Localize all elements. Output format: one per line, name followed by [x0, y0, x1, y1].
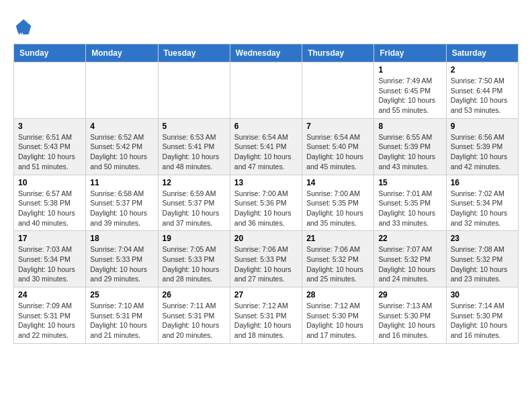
day-number: 24 — [18, 290, 81, 300]
day-info: Sunrise: 7:08 AM Sunset: 5:32 PM Dayligh… — [451, 244, 514, 284]
day-number: 5 — [163, 122, 226, 131]
calendar-cell: 12Sunrise: 6:59 AM Sunset: 5:37 PM Dayli… — [158, 175, 230, 231]
day-of-week-header: Friday — [374, 44, 446, 62]
day-number: 20 — [234, 234, 298, 243]
calendar-cell: 23Sunrise: 7:08 AM Sunset: 5:32 PM Dayli… — [446, 231, 518, 287]
day-info: Sunrise: 7:06 AM Sunset: 5:32 PM Dayligh… — [306, 244, 369, 284]
day-number: 25 — [90, 290, 153, 300]
day-info: Sunrise: 6:57 AM Sunset: 5:38 PM Dayligh… — [18, 189, 81, 228]
day-number: 15 — [378, 178, 441, 187]
day-info: Sunrise: 7:02 AM Sunset: 5:34 PM Dayligh… — [451, 189, 514, 228]
day-info: Sunrise: 7:11 AM Sunset: 5:31 PM Dayligh… — [163, 301, 226, 340]
day-info: Sunrise: 6:55 AM Sunset: 5:39 PM Dayligh… — [378, 132, 441, 172]
day-info: Sunrise: 7:07 AM Sunset: 5:32 PM Dayligh… — [378, 244, 441, 284]
calendar-cell: 9Sunrise: 6:56 AM Sunset: 5:39 PM Daylig… — [446, 118, 518, 175]
day-number: 2 — [451, 65, 514, 75]
calendar-cell: 10Sunrise: 6:57 AM Sunset: 5:38 PM Dayli… — [14, 175, 86, 231]
day-number: 17 — [18, 234, 81, 243]
day-info: Sunrise: 7:01 AM Sunset: 5:35 PM Dayligh… — [378, 189, 441, 228]
calendar-cell: 4Sunrise: 6:52 AM Sunset: 5:42 PM Daylig… — [86, 118, 158, 175]
day-number: 18 — [90, 234, 153, 243]
day-info: Sunrise: 7:14 AM Sunset: 5:30 PM Dayligh… — [451, 301, 514, 340]
calendar-cell: 28Sunrise: 7:12 AM Sunset: 5:30 PM Dayli… — [302, 287, 374, 344]
day-number: 23 — [451, 234, 514, 243]
day-info: Sunrise: 6:51 AM Sunset: 5:43 PM Dayligh… — [18, 132, 81, 172]
day-info: Sunrise: 7:10 AM Sunset: 5:31 PM Dayligh… — [90, 301, 153, 340]
day-number: 9 — [451, 122, 514, 131]
calendar-cell: 18Sunrise: 7:04 AM Sunset: 5:33 PM Dayli… — [86, 231, 158, 287]
day-number: 4 — [90, 122, 153, 131]
logo: GB — [13, 17, 36, 37]
day-info: Sunrise: 7:00 AM Sunset: 5:36 PM Dayligh… — [234, 189, 298, 228]
day-of-week-header: Sunday — [14, 44, 86, 62]
day-info: Sunrise: 7:06 AM Sunset: 5:33 PM Dayligh… — [234, 244, 298, 284]
day-number: 7 — [306, 122, 369, 131]
day-number: 6 — [234, 122, 298, 131]
calendar-cell: 11Sunrise: 6:58 AM Sunset: 5:37 PM Dayli… — [86, 175, 158, 231]
calendar-cell: 25Sunrise: 7:10 AM Sunset: 5:31 PM Dayli… — [86, 287, 158, 344]
calendar-cell: 16Sunrise: 7:02 AM Sunset: 5:34 PM Dayli… — [446, 175, 518, 231]
day-number: 13 — [234, 178, 298, 187]
calendar-cell: 14Sunrise: 7:00 AM Sunset: 5:35 PM Dayli… — [302, 175, 374, 231]
day-info: Sunrise: 6:53 AM Sunset: 5:41 PM Dayligh… — [163, 132, 226, 172]
day-of-week-header: Monday — [86, 44, 158, 62]
logo-icon: GB — [13, 17, 34, 37]
day-info: Sunrise: 7:00 AM Sunset: 5:35 PM Dayligh… — [306, 189, 369, 228]
day-number: 14 — [306, 178, 369, 187]
calendar-week-row: 17Sunrise: 7:03 AM Sunset: 5:34 PM Dayli… — [14, 231, 519, 287]
calendar: SundayMondayTuesdayWednesdayThursdayFrid… — [13, 44, 519, 344]
day-info: Sunrise: 6:58 AM Sunset: 5:37 PM Dayligh… — [90, 189, 153, 228]
day-number: 27 — [234, 290, 298, 300]
calendar-week-row: 24Sunrise: 7:09 AM Sunset: 5:31 PM Dayli… — [14, 287, 519, 344]
day-info: Sunrise: 7:49 AM Sunset: 6:45 PM Dayligh… — [378, 76, 441, 116]
day-info: Sunrise: 6:52 AM Sunset: 5:42 PM Dayligh… — [90, 132, 153, 172]
day-of-week-header: Thursday — [302, 44, 374, 62]
calendar-cell: 20Sunrise: 7:06 AM Sunset: 5:33 PM Dayli… — [230, 231, 302, 287]
calendar-cell: 2Sunrise: 7:50 AM Sunset: 6:44 PM Daylig… — [446, 62, 518, 119]
calendar-cell: 26Sunrise: 7:11 AM Sunset: 5:31 PM Dayli… — [158, 287, 230, 344]
day-info: Sunrise: 6:54 AM Sunset: 5:40 PM Dayligh… — [306, 132, 369, 172]
calendar-cell: 30Sunrise: 7:14 AM Sunset: 5:30 PM Dayli… — [446, 287, 518, 344]
calendar-cell: 21Sunrise: 7:06 AM Sunset: 5:32 PM Dayli… — [302, 231, 374, 287]
day-number: 16 — [451, 178, 514, 187]
day-info: Sunrise: 7:50 AM Sunset: 6:44 PM Dayligh… — [451, 76, 514, 116]
calendar-cell: 29Sunrise: 7:13 AM Sunset: 5:30 PM Dayli… — [374, 287, 446, 344]
calendar-cell: 13Sunrise: 7:00 AM Sunset: 5:36 PM Dayli… — [230, 175, 302, 231]
calendar-cell: 22Sunrise: 7:07 AM Sunset: 5:32 PM Dayli… — [374, 231, 446, 287]
calendar-header-row: SundayMondayTuesdayWednesdayThursdayFrid… — [14, 44, 519, 62]
calendar-week-row: 1Sunrise: 7:49 AM Sunset: 6:45 PM Daylig… — [14, 62, 519, 119]
day-info: Sunrise: 6:56 AM Sunset: 5:39 PM Dayligh… — [451, 132, 514, 172]
calendar-cell: 17Sunrise: 7:03 AM Sunset: 5:34 PM Dayli… — [14, 231, 86, 287]
day-of-week-header: Wednesday — [230, 44, 302, 62]
calendar-cell: 15Sunrise: 7:01 AM Sunset: 5:35 PM Dayli… — [374, 175, 446, 231]
day-number: 12 — [163, 178, 226, 187]
day-info: Sunrise: 7:09 AM Sunset: 5:31 PM Dayligh… — [18, 301, 81, 340]
day-info: Sunrise: 7:04 AM Sunset: 5:33 PM Dayligh… — [90, 244, 153, 284]
svg-text:GB: GB — [16, 32, 24, 38]
calendar-cell — [230, 62, 302, 119]
day-number: 29 — [378, 290, 441, 300]
day-number: 11 — [90, 178, 153, 187]
day-number: 8 — [378, 122, 441, 131]
calendar-cell: 5Sunrise: 6:53 AM Sunset: 5:41 PM Daylig… — [158, 118, 230, 175]
day-number: 30 — [451, 290, 514, 300]
calendar-cell: 24Sunrise: 7:09 AM Sunset: 5:31 PM Dayli… — [14, 287, 86, 344]
page-header: GB — [13, 13, 519, 37]
calendar-cell: 8Sunrise: 6:55 AM Sunset: 5:39 PM Daylig… — [374, 118, 446, 175]
calendar-cell: 19Sunrise: 7:05 AM Sunset: 5:33 PM Dayli… — [158, 231, 230, 287]
day-info: Sunrise: 6:54 AM Sunset: 5:41 PM Dayligh… — [234, 132, 298, 172]
calendar-cell: 7Sunrise: 6:54 AM Sunset: 5:40 PM Daylig… — [302, 118, 374, 175]
day-number: 10 — [18, 178, 81, 187]
day-number: 21 — [306, 234, 369, 243]
day-number: 1 — [378, 65, 441, 75]
day-info: Sunrise: 7:05 AM Sunset: 5:33 PM Dayligh… — [163, 244, 226, 284]
calendar-cell — [302, 62, 374, 119]
day-info: Sunrise: 7:12 AM Sunset: 5:31 PM Dayligh… — [234, 301, 298, 340]
calendar-cell: 3Sunrise: 6:51 AM Sunset: 5:43 PM Daylig… — [14, 118, 86, 175]
calendar-week-row: 3Sunrise: 6:51 AM Sunset: 5:43 PM Daylig… — [14, 118, 519, 175]
calendar-cell: 6Sunrise: 6:54 AM Sunset: 5:41 PM Daylig… — [230, 118, 302, 175]
calendar-cell — [158, 62, 230, 119]
calendar-cell — [86, 62, 158, 119]
day-of-week-header: Saturday — [446, 44, 518, 62]
day-of-week-header: Tuesday — [158, 44, 230, 62]
